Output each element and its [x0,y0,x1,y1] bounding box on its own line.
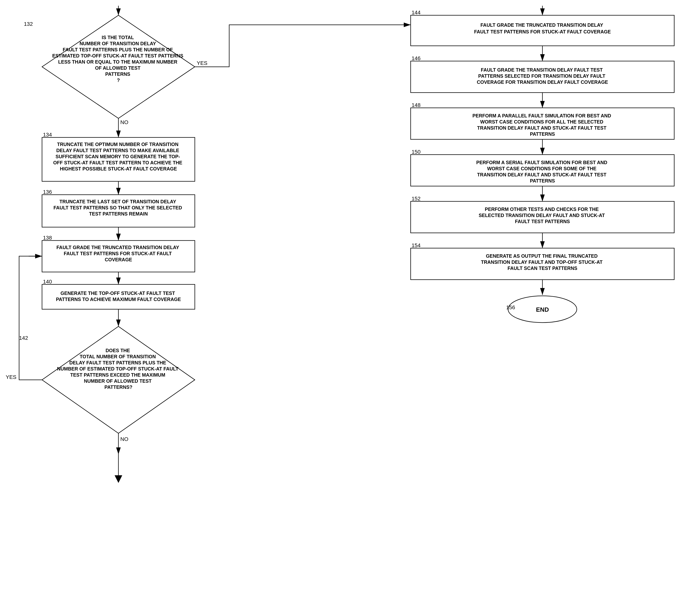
ref-154: 154 [412,242,421,248]
yes-label-142: YES [6,374,16,380]
ref-142: 142 [19,335,28,341]
yes-label-132: YES [197,60,207,66]
bottom-arrowhead [114,475,122,483]
ref-144: 144 [412,10,421,15]
no-label-142: NO [120,436,128,442]
ref-136: 136 [43,189,52,195]
ref-132: 132 [24,21,33,27]
no-label-132: NO [120,119,128,125]
ref-138: 138 [43,235,52,241]
arrow-132-yes-to-144 [195,25,411,67]
ref-134: 134 [43,132,52,137]
flowchart: 132 IS THE TOTAL NUMBER OF TRANSITION DE… [0,0,700,590]
ref-156: 156 [506,304,515,310]
ref-152: 152 [412,196,421,202]
ref-140: 140 [43,279,52,285]
ref-148: 148 [412,102,421,108]
node-134-label: TRUNCATE THE OPTIMUM NUMBER OF TRANSITIO… [53,141,184,171]
node-146-label: FAULT GRADE THE TRANSITION DELAY FAULT T… [477,67,608,85]
ref-146: 146 [412,55,421,61]
node-156-label: END [536,306,549,313]
arrow-142-yes-feedback [19,256,42,380]
ref-150: 150 [412,149,421,155]
